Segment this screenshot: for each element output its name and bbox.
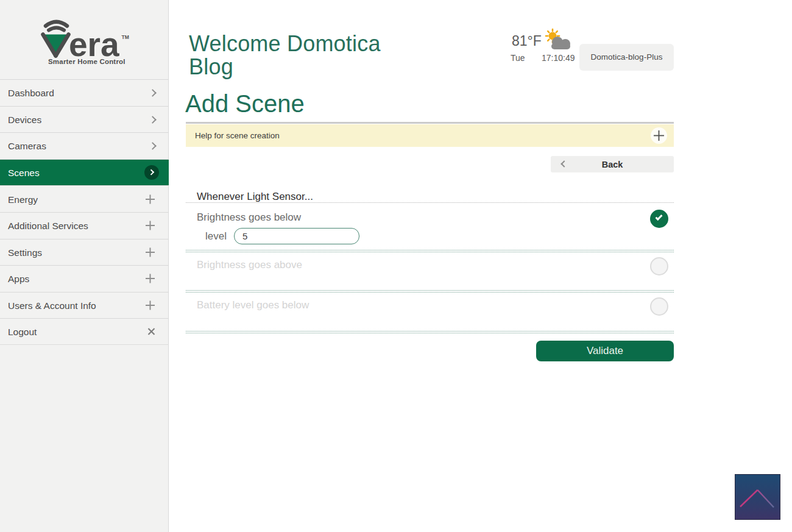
svg-text:TM: TM [122, 34, 129, 40]
svg-text:Smarter Home Control: Smarter Home Control [48, 58, 126, 65]
